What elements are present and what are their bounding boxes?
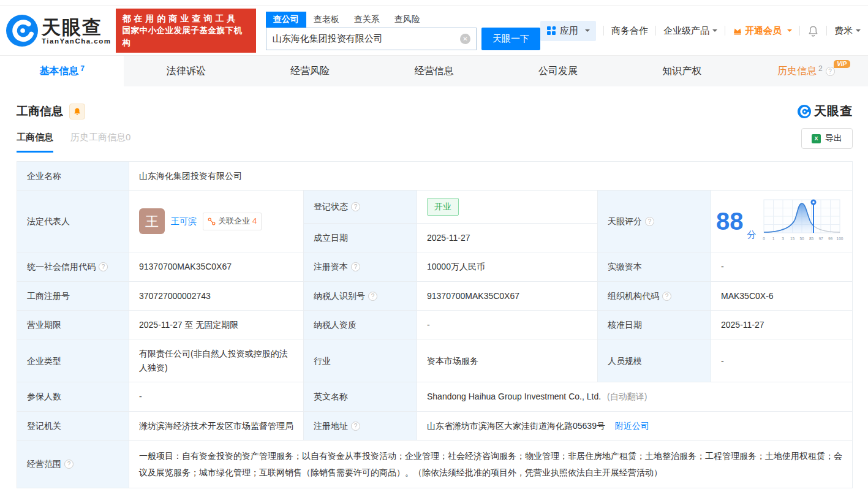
status-badge: 开业 — [427, 198, 459, 215]
search-tab-relation[interactable]: 查关系 — [347, 12, 387, 28]
vip-crown-icon — [733, 26, 742, 36]
help-icon[interactable] — [99, 262, 108, 271]
paid-capital-label: 实缴资本 — [598, 252, 711, 281]
search-tab-risk[interactable]: 查风险 — [387, 12, 428, 28]
search-button[interactable]: 天眼一下 — [481, 28, 540, 50]
tab-operational-risk[interactable]: 经营风险 — [248, 56, 372, 86]
subscribe-bell-icon[interactable] — [69, 104, 85, 119]
english-name-label: 英文名称 — [304, 382, 417, 411]
tab-label: 历史信息 — [777, 65, 817, 78]
tab-label: 法律诉讼 — [167, 65, 206, 78]
org-code-label: 组织机构代码 — [598, 281, 711, 310]
taxpayer-id-label: 纳税人识别号 — [304, 281, 417, 310]
industry-value: 资本市场服务 — [417, 339, 598, 382]
chevron-down-icon — [585, 29, 590, 34]
tab-business-info[interactable]: 经营信息 — [372, 56, 496, 86]
establish-date-label: 成立日期 — [304, 223, 417, 252]
divider — [655, 26, 656, 36]
clear-icon[interactable] — [460, 34, 470, 44]
divider — [799, 26, 800, 36]
excel-icon — [812, 134, 821, 143]
search-tab-company[interactable]: 查公司 — [266, 12, 306, 28]
company-type-value: 有限责任公司(非自然人投资或控股的法人独资) — [129, 339, 304, 382]
row-authority: 登记机关 潍坊滨海经济技术开发区市场监督管理局 注册地址 山东省潍坊市滨海区大家… — [17, 411, 853, 440]
row-scope: 经营范围 一般项目：自有资金投资的资产管理服务；以自有资金从事投资活动；企业管理… — [17, 440, 853, 488]
slogan-line1: 都在用的商业查询工具 — [122, 12, 249, 25]
tianyancha-logo[interactable]: 天眼查 TianYanCha.com — [6, 15, 111, 47]
content: 工商信息 天眼查 工商信息 历史工商信息0 导出 — [0, 103, 868, 488]
related-companies-count: 4 — [252, 215, 257, 228]
help-icon[interactable] — [645, 217, 654, 226]
taxpayer-quality-label: 纳税人资质 — [304, 310, 417, 339]
approval-date-label: 核准日期 — [598, 310, 711, 339]
tab-basic-info[interactable]: 基本信息 7 — [0, 56, 124, 86]
brand-name: 天眼查 — [42, 17, 111, 37]
notification-bell-icon[interactable] — [807, 25, 819, 37]
svg-text:99: 99 — [828, 237, 832, 241]
tab-intellectual-property[interactable]: 知识产权 — [620, 56, 744, 86]
english-name-value: Shandong Haihua Group Investment Co., Lt… — [417, 382, 853, 411]
taxpayer-quality-value: - — [417, 310, 598, 339]
legal-rep-value: 王 王可滨 关联企业 4 — [129, 191, 304, 252]
credit-code-value: 91370700MAK35C0X67 — [129, 252, 304, 281]
tab-company-development[interactable]: 公司发展 — [496, 56, 620, 86]
subtab-business-registration[interactable]: 工商信息 — [17, 132, 53, 153]
reg-capital-value: 10000万人民币 — [417, 252, 598, 281]
business-scope-value: 一般项目：自有资金投资的资产管理服务；以自有资金从事投资活动；企业管理；社会经济… — [129, 440, 853, 488]
score-axis-ticks: 0 1 3 15 50 85 97 99 100 — [763, 237, 843, 241]
avatar[interactable]: 王 — [139, 208, 165, 234]
export-button[interactable]: 导出 — [801, 128, 853, 149]
row-insured: 参保人数 - 英文名称 Shandong Haihua Group Invest… — [17, 382, 853, 411]
tab-count: 2 — [818, 64, 823, 73]
help-icon[interactable] — [351, 262, 360, 271]
svg-text:0: 0 — [763, 237, 765, 241]
brand-slogan: 都在用的商业查询工具 国家中小企业发展子基金旗下机构 — [116, 9, 255, 53]
slogan-line2: 国家中小企业发展子基金旗下机构 — [122, 25, 249, 49]
company-type-label: 企业类型 — [17, 339, 129, 382]
help-icon[interactable] — [662, 292, 671, 301]
reg-number-value: 370727000002743 — [129, 281, 304, 310]
brand-domain: TianYanCha.com — [42, 37, 111, 45]
top-divider — [0, 0, 868, 6]
enterprise-products-link[interactable]: 企业级产品 — [663, 25, 717, 37]
enterprise-products-label: 企业级产品 — [663, 25, 709, 37]
divider — [603, 26, 604, 36]
help-icon[interactable] — [351, 422, 360, 431]
top-nav: 应用 商务合作 企业级产品 开通会员 — [540, 21, 861, 41]
help-icon[interactable] — [351, 202, 360, 211]
insured-count-label: 参保人数 — [17, 382, 129, 411]
reg-status-label: 登记状态 — [304, 191, 417, 223]
score-value-cell: 88 分 — [711, 191, 853, 252]
search-tab-boss[interactable]: 查老板 — [306, 12, 347, 28]
legal-rep-link[interactable]: 王可滨 — [171, 214, 197, 228]
export-label: 导出 — [825, 133, 842, 144]
search-block: 查公司 查老板 查关系 查风险 天眼一下 — [266, 12, 540, 50]
reg-authority-value: 潍坊滨海经济技术开发区市场监督管理局 — [129, 411, 304, 440]
row-company-name: 企业名称 山东海化集团投资有限公司 — [17, 162, 853, 191]
svg-text:1: 1 — [772, 237, 774, 241]
search-input[interactable] — [266, 28, 477, 50]
related-companies-badge[interactable]: 关联企业 4 — [203, 213, 262, 230]
org-code-value: MAK35C0X-6 — [711, 281, 853, 310]
reg-number-label: 工商注册号 — [17, 281, 129, 310]
tianyancha-watermark: 天眼查 — [798, 103, 853, 119]
staff-size-value: - — [711, 339, 853, 382]
related-companies-label: 关联企业 — [218, 215, 250, 228]
help-icon[interactable] — [64, 460, 74, 469]
biz-cooperation-link[interactable]: 商务合作 — [611, 25, 648, 37]
apps-button[interactable]: 应用 — [540, 21, 596, 41]
chevron-down-icon — [856, 29, 861, 34]
search-tabs: 查公司 查老板 查关系 查风险 — [266, 12, 540, 28]
svg-text:97: 97 — [818, 237, 823, 241]
vip-member-link[interactable]: 开通会员 — [733, 25, 792, 37]
related-companies-icon — [208, 218, 216, 225]
nearby-companies-link[interactable]: 附近公司 — [615, 421, 649, 431]
help-icon[interactable] — [368, 292, 377, 301]
user-menu[interactable]: 费米 — [834, 25, 861, 37]
reg-capital-label: 注册资本 — [304, 252, 417, 281]
tab-label: 基本信息 — [39, 65, 78, 78]
tab-legal-litigation[interactable]: 法律诉讼 — [124, 56, 247, 86]
chevron-down-icon — [712, 29, 717, 34]
tab-history-info[interactable]: VIP 历史信息 2 — [744, 56, 868, 86]
subtab-history-registration[interactable]: 历史工商信息0 — [70, 132, 130, 153]
